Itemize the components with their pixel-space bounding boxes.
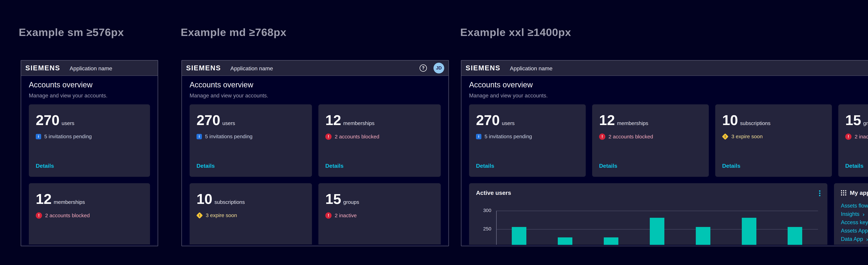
stat-card-subscriptions: 10 subscriptions 3 expire soon Details xyxy=(715,105,832,177)
error-icon xyxy=(325,212,332,218)
example-title-xxl: Example xxl ≥1400px xyxy=(460,26,571,38)
app-link-insights[interactable]: Insights› xyxy=(841,211,865,217)
stat-card-users: 270 users 5 invitations pending Details xyxy=(190,105,312,177)
stat-card-subscriptions: 10 subscriptions 3 expire soon xyxy=(190,183,312,244)
bar xyxy=(558,237,572,245)
details-link[interactable]: Details xyxy=(36,163,54,169)
example-title-sm: Example sm ≥576px xyxy=(19,26,124,38)
stat-unit: users xyxy=(62,120,74,126)
app-window-sm: SIEMENS Application name Accounts overvi… xyxy=(21,60,158,246)
app-link-assets-flow[interactable]: Assets flow› xyxy=(841,203,868,208)
stat-value: 270 xyxy=(196,113,220,127)
kebab-menu-icon[interactable] xyxy=(819,190,820,192)
app-header: SIEMENS Application name xyxy=(21,61,158,76)
status-text: 2 inactive xyxy=(335,212,357,218)
info-icon xyxy=(476,134,482,139)
y-axis-tick: 250 xyxy=(477,226,491,232)
stat-unit: groups xyxy=(343,199,359,205)
bar xyxy=(650,218,664,245)
info-icon xyxy=(196,134,202,139)
stat-card-users: 270 users 5 invitations pending Details xyxy=(29,105,150,177)
app-link-access-key[interactable]: Access key› xyxy=(841,220,868,225)
details-link[interactable]: Details xyxy=(599,163,617,169)
chevron-right-icon: › xyxy=(863,211,865,217)
avatar[interactable]: JD xyxy=(433,63,444,73)
error-icon xyxy=(845,134,851,140)
bar xyxy=(742,218,756,245)
status-text: 2 accounts blocked xyxy=(45,212,90,218)
stat-card-groups: 15 groups 2 inactive xyxy=(318,183,441,244)
status-text: 3 expire soon xyxy=(206,212,237,218)
chart-plot: 300 250 xyxy=(477,202,820,245)
stat-value: 270 xyxy=(476,113,500,127)
y-axis-tick: 300 xyxy=(477,208,491,213)
stat-card-memberships: 12 memberships 2 accounts blocked Detail… xyxy=(318,105,441,177)
status-text: 2 accounts blocked xyxy=(335,134,379,140)
chart-bars xyxy=(496,202,818,245)
status-text: 5 invitations pending xyxy=(205,134,253,140)
stat-unit: memberships xyxy=(343,120,374,126)
page-subtitle: Manage and view your accounts. xyxy=(29,93,150,99)
my-apps-card: My apps Assets flow› Insights› Access ke… xyxy=(834,183,868,245)
chart-title: Active users xyxy=(476,189,511,196)
stat-card-memberships: 12 memberships 2 accounts blocked Detail… xyxy=(592,105,709,177)
app-link-assets-app[interactable]: Assets App› xyxy=(841,228,868,233)
stat-value: 12 xyxy=(325,113,341,127)
bar xyxy=(604,237,618,245)
app-header: SIEMENS Application name ? JD xyxy=(182,61,448,76)
stat-value: 15 xyxy=(845,113,861,127)
info-icon xyxy=(36,134,41,139)
status-text: 5 invitations pending xyxy=(485,134,532,140)
stat-unit: memberships xyxy=(54,199,85,205)
status-text: 2 accounts blocked xyxy=(609,134,653,140)
details-link[interactable]: Details xyxy=(476,163,494,169)
warning-icon xyxy=(196,212,203,218)
app-window-xxl: SIEMENS Application name ? JD Accounts o… xyxy=(461,60,868,246)
bar xyxy=(696,227,710,245)
status-text: 2 inactive xyxy=(855,134,868,140)
warning-icon xyxy=(722,133,728,140)
stat-value: 270 xyxy=(36,113,60,127)
status-text: 5 invitations pending xyxy=(44,134,92,140)
bar xyxy=(512,227,526,245)
page-title: Accounts overview xyxy=(190,80,441,89)
example-title-md: Example md ≥768px xyxy=(181,26,286,38)
bar xyxy=(787,227,802,245)
error-icon xyxy=(599,134,606,140)
details-link[interactable]: Details xyxy=(722,163,740,169)
application-name: Application name xyxy=(510,65,552,72)
error-icon xyxy=(325,134,332,140)
page-title: Accounts overview xyxy=(469,80,868,89)
stat-unit: subscriptions xyxy=(214,199,245,205)
stat-value: 12 xyxy=(599,113,615,127)
stat-unit: groups xyxy=(863,120,868,126)
help-icon[interactable]: ? xyxy=(420,64,427,72)
details-link[interactable]: Details xyxy=(845,163,864,169)
stat-card-memberships: 12 memberships 2 accounts blocked xyxy=(29,183,150,244)
app-header: SIEMENS Application name ? JD xyxy=(461,61,868,76)
stat-value: 10 xyxy=(196,192,212,206)
application-name: Application name xyxy=(70,65,112,72)
details-link[interactable]: Details xyxy=(196,163,215,169)
error-icon xyxy=(36,212,42,218)
stat-value: 10 xyxy=(722,113,738,127)
chevron-right-icon: › xyxy=(866,237,868,242)
stat-unit: subscriptions xyxy=(740,120,770,126)
app-link-data-app[interactable]: Data App› xyxy=(841,237,868,242)
my-apps-title: My apps xyxy=(850,189,868,196)
page-title: Accounts overview xyxy=(29,80,150,89)
siemens-logo: SIEMENS xyxy=(186,64,221,72)
page-subtitle: Manage and view your accounts. xyxy=(469,93,868,99)
status-text: 3 expire soon xyxy=(732,134,763,140)
siemens-logo: SIEMENS xyxy=(25,64,60,72)
siemens-logo: SIEMENS xyxy=(466,64,500,72)
stat-unit: memberships xyxy=(617,120,648,126)
details-link[interactable]: Details xyxy=(325,163,344,169)
app-window-md: SIEMENS Application name ? JD Accounts o… xyxy=(181,60,449,246)
stat-unit: users xyxy=(222,120,235,126)
stat-card-groups: 15 groups 2 inactive Details xyxy=(838,105,868,177)
stat-card-users: 270 users 5 invitations pending Details xyxy=(469,105,586,177)
apps-grid-icon xyxy=(841,190,842,192)
stat-value: 15 xyxy=(325,192,341,206)
application-name: Application name xyxy=(230,65,273,72)
